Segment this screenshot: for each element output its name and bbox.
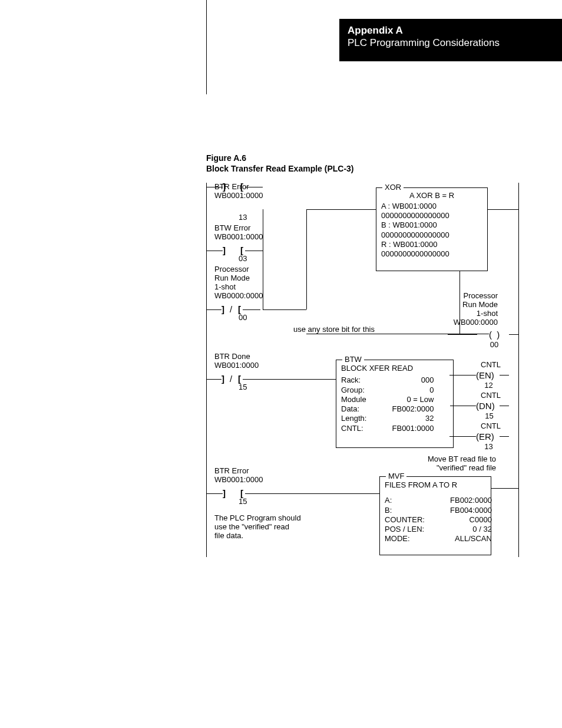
power-rail-right — [518, 183, 519, 557]
r3-mvf-to-rail — [491, 488, 518, 489]
figure-title: Block Transfer Read Example (PLC-3) — [206, 164, 354, 173]
r1-c1-bit: 13 — [239, 213, 247, 222]
r2-en-coil: (EN) 12 — [476, 370, 494, 380]
r1-storebit-note: use any store bit for this — [293, 325, 375, 334]
r2-er-bit: 13 — [484, 442, 492, 451]
r2-en-bit: 12 — [484, 381, 492, 390]
r1-branch-v — [263, 209, 263, 309]
r3-program-note: The PLC Program should use the "verified… — [214, 514, 301, 541]
appendix-header: Appendix A PLC Programming Consideration… — [339, 19, 562, 61]
power-rail-left — [206, 183, 207, 557]
xor-Rv: 0000000000000000 — [381, 249, 482, 259]
mvf-heading: FILES FROM A TO R — [385, 480, 486, 490]
btw-table: Rack:000 Group:0 Module0 = Low Data:FB00… — [341, 375, 436, 433]
r1-c2-label: BTW Error WB0001:0000 — [214, 224, 263, 242]
r3-c1-label: BTR Error WB0001:0000 — [214, 467, 263, 485]
r2-en-top: CNTL — [477, 361, 501, 370]
appendix-subtitle: PLC Programming Considerations — [348, 37, 554, 50]
r2-btw-box: BTW BLOCK XFER READ Rack:000 Group:0 Mod… — [336, 360, 454, 448]
r1-c2-bit: 03 — [239, 255, 247, 263]
r2-c1-label: BTR Done WB001:0000 — [214, 353, 259, 370]
r2-dn-bit: 15 — [485, 411, 493, 420]
r1-out-to-coil — [459, 334, 489, 334]
r1-c3-bit: 00 — [239, 314, 247, 322]
r1-hwire-mid — [263, 309, 306, 310]
mvf-title: MVF — [386, 472, 406, 481]
r1-out-label: Processor Run Mode 1-shot WB000:0000 — [439, 292, 498, 327]
r2-er-top: CNTL — [477, 422, 501, 431]
r1-xor-box: XOR A XOR B = R A : WB001:0000 000000000… — [376, 187, 488, 271]
r1-c1-label: BTR Error WB0001:0000 — [214, 183, 263, 200]
xor-Av: 0000000000000000 — [381, 211, 482, 220]
r2-dn-coil: (DN) 15 — [476, 401, 495, 411]
page: Appendix A PLC Programming Consideration… — [0, 0, 562, 728]
r2-er-coil: (ER) 13 — [476, 431, 494, 442]
mvf-table: A:FB002:0000 B:FB004:0000 COUNTER:C0000 … — [385, 496, 494, 543]
figure-caption: Figure A.6 Block Transfer Read Example (… — [206, 153, 354, 174]
vertical-rule — [206, 0, 207, 94]
r3-hwire — [263, 493, 379, 494]
r2-hwire — [260, 379, 336, 380]
xor-A: A : WB001:0000 — [381, 202, 482, 211]
xor-B: B : WB001:0000 — [381, 220, 482, 230]
r1-out-bit: 00 — [490, 340, 498, 349]
r1-out-coil: ( ) 00 — [489, 330, 500, 340]
btw-heading: BLOCK XFER READ — [341, 364, 448, 373]
r3-top-note: Move BT read file to "verified" read fil… — [414, 455, 496, 473]
xor-eq: A XOR B = R — [381, 192, 482, 200]
r1-hwire-to-xor — [306, 209, 376, 210]
btw-title: BTW — [342, 355, 364, 364]
r3-mvf-box: MVF FILES FROM A TO R A:FB002:0000 B:FB0… — [379, 476, 491, 555]
xor-Bv: 0000000000000000 — [381, 230, 482, 240]
r1-out-hwire — [306, 334, 459, 334]
r1-mid-v — [306, 209, 307, 309]
appendix-title: Appendix A — [348, 25, 554, 37]
r2-dn-top: CNTL — [477, 391, 501, 400]
r1-c3-label: Processor Run Mode 1-shot WB0000:0000 — [214, 265, 263, 301]
r2-c1-bit: 15 — [239, 383, 247, 392]
xor-title: XOR — [382, 183, 404, 192]
r1-xor-to-rail — [488, 209, 518, 210]
xor-R: R : WB001:0000 — [381, 240, 482, 249]
r3-c1-bit: 15 — [239, 498, 247, 506]
figure-number: Figure A.6 — [206, 153, 246, 163]
